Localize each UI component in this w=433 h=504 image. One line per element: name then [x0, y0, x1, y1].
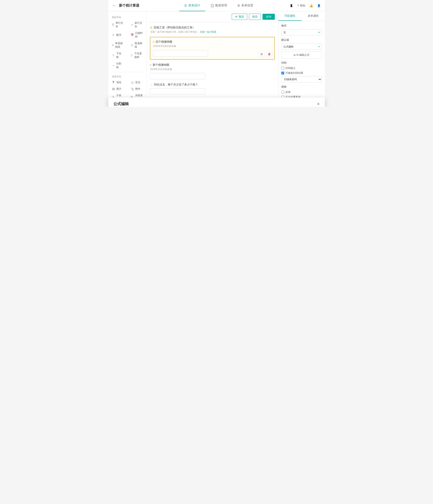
tab-field-props[interactable]: 字段属性 [279, 11, 302, 21]
tab-form-settings-label: 表单设置 [241, 4, 253, 8]
monthly-diff-label: → 对比过去，每个月少交了多少个税？ [150, 83, 275, 87]
form-toolbar: 👁 预览 保存 发布 [146, 11, 278, 22]
user-icon-btn[interactable]: 👤 [317, 4, 321, 7]
monthly-diff-input[interactable] [150, 88, 205, 95]
field-sidebar: 基础字段 ☰ 单行文本 ≡ 多行文本 # 数字 📅 日期时间 [108, 11, 146, 107]
single-text-icon: ☰ [112, 23, 115, 27]
taxable-income-label: ⚙ 应税工资（即扣除五险后的工资） [150, 26, 275, 29]
data-management-icon: 📋 [210, 4, 214, 7]
copy-field-button[interactable]: ⧉ [259, 51, 265, 57]
new-tax-icon: ≡ [150, 63, 152, 67]
address-icon: 📍 [112, 81, 115, 84]
taxable-income-sublabel: 五险一金不参与税收计算，应税工资计算地址： 五险一金计算器 [150, 30, 275, 34]
monthly-diff-icon: → [150, 83, 153, 86]
field-monthly-diff: → 对比过去，每个月少交了多少个税？ [150, 83, 275, 95]
old-tax-input[interactable] [153, 50, 208, 57]
sidebar-item-radio[interactable]: ⊙ 单选按钮组 [108, 40, 127, 50]
datetime-icon: 📅 [131, 33, 134, 37]
scan-input-checkbox-item: 扫码输入 [281, 66, 322, 70]
multi-select-icon: ▽ [131, 54, 133, 57]
formula-editor: 公式编辑 × ≡ 旧个税缴纳额 = IF( ⚙ 应税工资（即扣除五险后的工资） … [108, 98, 325, 107]
right-panel-tabs: 字段属性 表单属性 [279, 11, 325, 21]
scan-input-label: 扫码输入 [285, 66, 296, 70]
format-select[interactable]: 无 [281, 29, 322, 36]
delete-field-button[interactable]: 🗑 [266, 51, 272, 57]
radio-icon: ⊙ [112, 44, 114, 47]
publish-button[interactable]: 发布 [262, 14, 275, 20]
validation-section-title: 校验 [281, 85, 322, 89]
eye-icon: 👁 [235, 15, 238, 18]
old-tax-actions: ⧉ 🗑 [259, 51, 272, 57]
sidebar-item-attachment[interactable]: 📎 附件 [127, 86, 146, 92]
scan-type-select-wrap: 扫描条形码 [281, 76, 322, 82]
default-value-select-wrap: 公式编辑 [281, 44, 322, 50]
old-tax-sublabel: 2018年9月及以前实施 [153, 45, 272, 48]
save-button[interactable]: 保存 [249, 14, 261, 20]
mobile-icon-btn[interactable]: 📱 [290, 4, 293, 7]
tab-form-design[interactable]: ☰ 表单设计 [179, 0, 205, 11]
required-label: 必填 [285, 90, 290, 94]
default-value-section-title: 默认值 [281, 38, 322, 42]
field-old-tax: ≡ 旧个税缴纳额 2018年9月及以前实施 ⧉ 🗑 [150, 37, 275, 60]
edit-formula-button[interactable]: fx fx 编辑公式 [281, 52, 322, 59]
help-btn[interactable]: ? 帮助 [297, 4, 305, 8]
app-bar-tabs: ☰ 表单设计 📋 数据管理 ⚙ 表单设置 [148, 0, 290, 11]
form-content: ⚙ 应税工资（即扣除五险后的工资） 五险一金不参与税收计算，应税工资计算地址： … [146, 22, 278, 107]
edit-scan-checkbox[interactable] [281, 72, 284, 74]
sidebar-item-divider[interactable]: — 分割线 [108, 60, 127, 71]
tab-data-management-label: 数据管理 [215, 4, 227, 8]
tab-form-design-label: 表单设计 [188, 4, 200, 8]
sidebar-item-multi-select[interactable]: ▽ 下拉复选框 [127, 50, 146, 60]
scan-input-checkbox[interactable] [281, 67, 284, 70]
tab-form-settings[interactable]: ⚙ 表单设置 [232, 0, 258, 11]
default-value-select[interactable]: 公式编辑 [281, 44, 322, 50]
required-checkbox-item: 必填 [281, 90, 322, 94]
field-new-tax: ≡ 新个税缴纳额 2018年10月开始实施 [150, 63, 275, 79]
sidebar-item-multi-text[interactable]: ≡ 多行文本 [127, 20, 146, 30]
number-icon: # [112, 33, 115, 37]
old-tax-label: ≡ 旧个税缴纳额 [153, 40, 272, 44]
taxable-income-link[interactable]: 五险一金计算器 [200, 31, 216, 33]
location-icon: ◎ [131, 81, 134, 84]
select-icon: ▽ [112, 54, 115, 57]
basic-fields-grid: ☰ 单行文本 ≡ 多行文本 # 数字 📅 日期时间 ⊙ 单选按钮组 [108, 20, 146, 71]
new-tax-label: ≡ 新个税缴纳额 [150, 63, 275, 67]
required-checkbox[interactable] [281, 91, 284, 93]
right-panel: 字段属性 表单属性 格式 无 默认值 公式编辑 fx f [278, 11, 325, 107]
section-title-enhanced: 增强字段 [108, 73, 146, 79]
form-design-icon: ☰ [184, 4, 187, 7]
old-tax-icon: ≡ [153, 40, 154, 44]
taxable-income-icon: ⚙ [150, 26, 153, 29]
edit-scan-checkbox-item: 可修改扫码结果 [281, 71, 322, 75]
sidebar-item-address[interactable]: 📍 地址 [108, 79, 127, 86]
main-layout: 基础字段 ☰ 单行文本 ≡ 多行文本 # 数字 📅 日期时间 [108, 11, 325, 107]
formula-close-button[interactable]: × [317, 102, 320, 107]
sidebar-item-image[interactable]: 🖼 图片 [108, 86, 127, 92]
new-tax-input[interactable] [150, 73, 205, 79]
back-button[interactable]: ← [113, 3, 117, 8]
sidebar-item-select[interactable]: ▽ 下拉框 [108, 50, 127, 60]
multi-text-icon: ≡ [131, 23, 133, 27]
tab-data-management[interactable]: 📋 数据管理 [205, 0, 232, 11]
format-select-wrap: 无 [281, 29, 322, 36]
right-panel-content: 格式 无 默认值 公式编辑 fx fx 编辑公式 扫码 [279, 21, 325, 103]
divider-icon: — [112, 64, 115, 67]
image-icon: 🖼 [112, 87, 115, 91]
bell-icon-btn[interactable]: 🔔 [310, 4, 313, 7]
app-bar: ← 新个税计算器 ☰ 表单设计 📋 数据管理 ⚙ 表单设置 📱 ? 帮助 🔔 � [108, 0, 325, 11]
sidebar-item-datetime[interactable]: 📅 日期时间 [127, 30, 146, 40]
scan-type-select[interactable]: 扫描条形码 [281, 76, 322, 82]
formula-editor-header: 公式编辑 × [108, 98, 325, 107]
sidebar-item-number[interactable]: # 数字 [108, 30, 127, 40]
tab-form-props[interactable]: 表单属性 [302, 11, 325, 21]
fx-icon: fx [294, 54, 296, 57]
form-area: 👁 预览 保存 发布 ⚙ 应税工资（即扣除五险后的工资） 五险一金不参与税收计算… [146, 11, 278, 107]
new-tax-sublabel: 2018年10月开始实施 [150, 68, 275, 71]
sidebar-item-location[interactable]: ◎ 定位 [127, 79, 146, 86]
app-title: 新个税计算器 [119, 3, 139, 8]
copy-icon: ⧉ [261, 52, 263, 56]
sidebar-item-checkbox[interactable]: ☑ 复选框组 [127, 40, 146, 50]
preview-button[interactable]: 👁 预览 [232, 14, 247, 20]
sidebar-item-single-text[interactable]: ☰ 单行文本 [108, 20, 127, 30]
form-settings-icon: ⚙ [237, 4, 240, 7]
